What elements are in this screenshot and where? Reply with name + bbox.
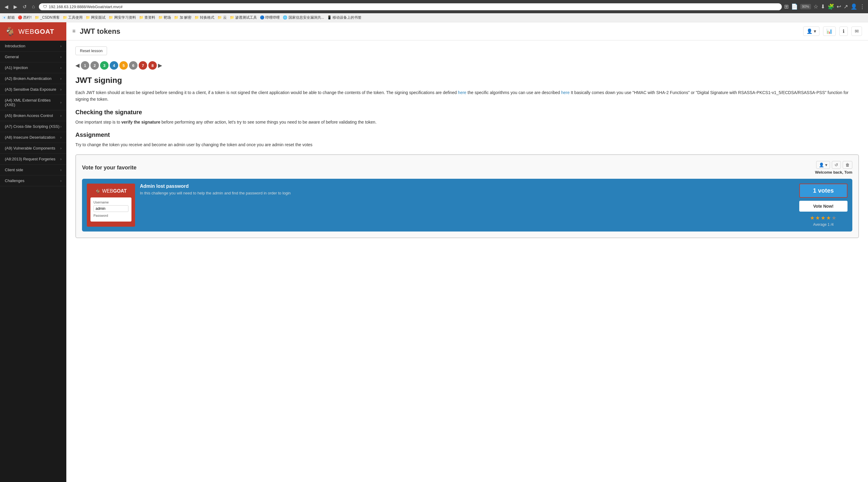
back-button[interactable]: ◀ [3, 3, 10, 10]
chart-button[interactable]: 📊 [823, 27, 836, 36]
here-link-1[interactable]: here [458, 90, 466, 95]
page-5[interactable]: 5 [119, 61, 128, 70]
info-button[interactable]: ℹ [839, 27, 848, 36]
page-7[interactable]: 7 [139, 61, 147, 70]
voting-info: Admin lost password In this challenge yo… [140, 184, 795, 227]
page-6[interactable]: 6 [129, 61, 137, 70]
here-link-2[interactable]: here [561, 90, 569, 95]
sidebar-nav: Introduction › General › (A1) Injection … [0, 41, 66, 482]
bookmark-target[interactable]: 📁 靶场 [158, 15, 171, 20]
section-title-jwt: JWT signing [75, 76, 859, 85]
chevron-icon: › [60, 168, 62, 172]
bookmark-test[interactable]: 📁 网安面试 [86, 15, 105, 20]
bookmark-mobile[interactable]: 📱 移动设备上的书签 [327, 15, 362, 20]
history-icon[interactable]: ↩ [837, 3, 841, 10]
item-desc: In this challenge you will need to help … [140, 191, 795, 195]
vote-now-button[interactable]: Vote Now! [799, 201, 847, 212]
vote-card-header: Vote for your favorite 👤 ▾ ↺ 🗑 Welcome b… [82, 161, 852, 174]
subtitle-checking: Checking the signature [75, 109, 859, 116]
sidebar-item-client[interactable]: Client side › [0, 165, 66, 175]
bookmark-pentest[interactable]: 📁 渗透测试工具 [230, 15, 257, 20]
page-title: JWT tokens [80, 27, 121, 36]
bookmark-xini[interactable]: 🔴 西柠! [18, 15, 32, 20]
home-button[interactable]: ⌂ [30, 3, 36, 10]
sidebar-item-a4[interactable]: (A4) XML External Entities (XXE) › [0, 95, 66, 110]
hamburger-button[interactable]: ≡ [72, 28, 76, 34]
password-label: Password [93, 214, 128, 217]
header-actions: 👤 ▾ 📊 ℹ ✉ [803, 27, 862, 36]
vote-card-title: Vote for your favorite [82, 165, 136, 171]
chevron-icon: › [60, 146, 62, 151]
zoom-level: 90% [800, 4, 811, 9]
app-container: 🐐 WEBGOAT Introduction › General › (A1) … [0, 22, 868, 482]
sidebar-item-introduction[interactable]: Introduction › [0, 41, 66, 52]
chevron-icon: › [60, 76, 62, 81]
sidebar-item-a7[interactable]: (A7) Cross-Site Scripting (XSS) › [0, 121, 66, 132]
sidebar: 🐐 WEBGOAT Introduction › General › (A1) … [0, 22, 66, 482]
page-3[interactable]: 3 [100, 61, 108, 70]
prev-page-arrow[interactable]: ◀ [75, 62, 80, 69]
bookmark-bilibili[interactable]: 🔵 哔哩哔哩 [260, 15, 280, 20]
bookmark-learning[interactable]: 📁 网安学习资料 [108, 15, 136, 20]
sidebar-item-a7-label: (A7) Cross-Site Scripting (XSS) [5, 124, 59, 129]
sidebar-item-a2[interactable]: (A2) Broken Authentication › [0, 73, 66, 84]
sidebar-item-a8-2013[interactable]: (A8:2013) Request Forgeries › [0, 154, 66, 165]
mail-button[interactable]: ✉ [851, 27, 862, 36]
sidebar-item-challenges[interactable]: Challenges › [0, 175, 66, 186]
page-2[interactable]: 2 [90, 61, 99, 70]
username-input[interactable] [93, 205, 128, 212]
welcome-name: Tom [844, 170, 852, 174]
sidebar-item-a5[interactable]: (A5) Broken Access Control › [0, 110, 66, 121]
bookmark-tools[interactable]: 📁 工具使用 [63, 15, 83, 20]
bookmark-csdn[interactable]: 📁 _CSDN博客 [35, 15, 60, 20]
bookmark-cloud[interactable]: 📁 云 [217, 15, 226, 20]
url-text: 192.168.63.129:8888/WebGoat/start.mvc# [49, 4, 123, 9]
bookmarks-bar: 📧 邮箱 🔴 西柠! 📁 _CSDN博客 📁 工具使用 📁 网安面试 📁 网安学… [0, 13, 868, 22]
delete-votes-button[interactable]: 🗑 [843, 161, 852, 169]
user-dropdown-button[interactable]: 👤 ▾ [803, 27, 819, 36]
refresh-votes-button[interactable]: ↺ [832, 161, 841, 169]
reload-button[interactable]: ↺ [21, 3, 28, 10]
favorites-icon[interactable]: ☆ [813, 3, 818, 10]
sidebar-item-a5-label: (A5) Broken Access Control [5, 113, 53, 118]
page-1[interactable]: 1 [81, 61, 89, 70]
sidebar-item-a3[interactable]: (A3) Sensitive Data Exposure › [0, 84, 66, 95]
sidebar-item-a8[interactable]: (A8) Insecure Deserialization › [0, 132, 66, 143]
address-bar[interactable]: 🛡 192.168.63.129:8888/WebGoat/start.mvc# [39, 3, 782, 10]
reset-lesson-button[interactable]: Reset lesson [75, 46, 107, 55]
bookmark-search[interactable]: 📁 查资料 [139, 15, 155, 20]
bookmark-crypto[interactable]: 📁 加 解密 [174, 15, 191, 20]
more-icon[interactable]: ⋮ [860, 3, 865, 10]
page-4[interactable]: 4 [110, 61, 118, 70]
sidebar-item-a2-label: (A2) Broken Authentication [5, 76, 52, 81]
sidebar-item-a1[interactable]: (A1) Injection › [0, 62, 66, 73]
sidebar-item-a3-label: (A3) Sensitive Data Exposure [5, 87, 56, 92]
user-vote-button[interactable]: 👤 ▾ [816, 161, 830, 169]
chevron-icon: › [60, 125, 62, 129]
sidebar-logo: 🐐 WEBGOAT [0, 22, 66, 41]
profile-icon[interactable]: 👤 [850, 3, 857, 10]
thumbnail-logo: 🐐 WEBGOAT [95, 188, 127, 194]
sidebar-item-a9-label: (A9) Vulnerable Components [5, 146, 55, 151]
voting-thumbnail: 🐐 WEBGOAT Username Password [87, 184, 135, 227]
sidebar-item-a9[interactable]: (A9) Vulnerable Components › [0, 143, 66, 154]
sidebar-item-challenges-label: Challenges [5, 179, 24, 183]
bookmark-security[interactable]: 🌐 国家信息安全漏洞共... [283, 15, 324, 20]
page-8[interactable]: 8 [148, 61, 157, 70]
sidebar-item-general[interactable]: General › [0, 52, 66, 62]
forward-button[interactable]: ▶ [12, 3, 19, 10]
section-text-3: Try to change the token you receive and … [75, 141, 859, 148]
logo-goat: GOAT [34, 28, 54, 35]
main-header-left: ≡ JWT tokens [72, 27, 120, 36]
next-page-arrow[interactable]: ▶ [158, 62, 162, 69]
bookmark-convert[interactable]: 📁 转换格式 [194, 15, 214, 20]
reading-icon[interactable]: 📄 [791, 3, 798, 10]
download-icon[interactable]: ⬇ [821, 3, 825, 10]
main-content: Reset lesson ◀ 1 2 3 4 5 6 7 8 ▶ JWT sig… [66, 40, 868, 482]
extensions2-icon[interactable]: 🧩 [828, 3, 834, 10]
sidebar-item-introduction-label: Introduction [5, 44, 25, 48]
extensions-icon[interactable]: ⊞ [784, 3, 789, 10]
share-icon[interactable]: ↗ [844, 3, 848, 10]
bookmark-email[interactable]: 📧 邮箱 [2, 15, 15, 20]
sidebar-item-client-label: Client side [5, 168, 23, 172]
